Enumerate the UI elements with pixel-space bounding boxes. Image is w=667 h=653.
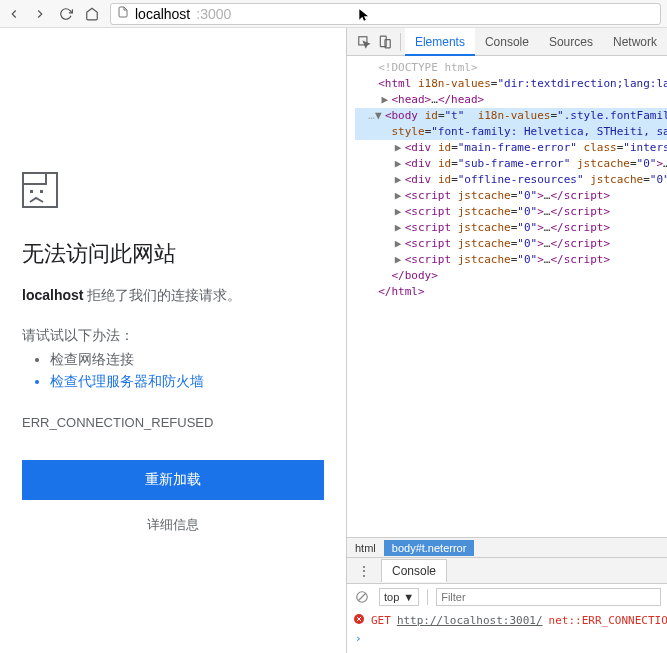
console-drawer-tab[interactable]: Console: [381, 559, 447, 582]
error-host: localhost: [22, 287, 83, 303]
url-host: localhost: [135, 6, 190, 22]
dom-node[interactable]: ▶<script jstcache="0">…</script>: [355, 252, 667, 268]
console-prompt[interactable]: ›: [353, 628, 661, 649]
dom-node[interactable]: ▶<script jstcache="0">…</script>: [355, 188, 667, 204]
forward-icon[interactable]: [32, 6, 48, 22]
devtools-tab-network[interactable]: Network: [603, 28, 667, 56]
dom-node[interactable]: style="font-family: Helvetica, STHeiti, …: [355, 124, 667, 140]
dom-node[interactable]: …▼<body id="t" i18n-values=".style.fontF…: [355, 108, 667, 124]
inspect-icon[interactable]: [353, 31, 374, 53]
dom-node[interactable]: <html i18n-values="dir:textdirection;lan…: [355, 76, 667, 92]
device-toggle-icon[interactable]: [374, 31, 395, 53]
error-method: GET: [371, 614, 391, 627]
devtools-tab-console[interactable]: Console: [475, 28, 539, 56]
dom-node[interactable]: ▶<script jstcache="0">…</script>: [355, 204, 667, 220]
breadcrumb-item[interactable]: body#t.neterror: [384, 540, 475, 556]
console-toolbar: top ▼: [347, 583, 667, 609]
back-icon[interactable]: [6, 6, 22, 22]
console-error-line[interactable]: GET http://localhost:3001/ net::ERR_CONN…: [353, 613, 661, 628]
context-selector[interactable]: top ▼: [379, 588, 419, 606]
suggestion-item: 检查网络连接: [50, 351, 324, 369]
mouse-cursor-icon: [357, 6, 371, 27]
breadcrumb-item[interactable]: html: [347, 540, 384, 556]
devtools-tab-sources[interactable]: Sources: [539, 28, 603, 56]
error-page: 无法访问此网站 localhost 拒绝了我们的连接请求。 请试试以下办法： 检…: [0, 28, 346, 653]
dom-node[interactable]: ▶<script jstcache="0">…</script>: [355, 220, 667, 236]
context-label: top: [384, 591, 399, 603]
dom-node[interactable]: ▶<div id="sub-frame-error" jstcache="0">…: [355, 156, 667, 172]
reload-icon[interactable]: [58, 6, 74, 22]
error-description: localhost 拒绝了我们的连接请求。: [22, 287, 324, 305]
error-msg: net::ERR_CONNECTIO: [549, 614, 667, 627]
dom-tree[interactable]: <!DOCTYPE html> <html i18n-values="dir:t…: [347, 56, 667, 537]
suggestion-list: 检查网络连接检查代理服务器和防火墙: [22, 351, 324, 391]
console-filter-input[interactable]: [436, 588, 661, 606]
console-menu-icon[interactable]: ⋮: [353, 563, 375, 579]
dom-breadcrumbs: htmlbody#t.neterror: [347, 537, 667, 557]
console-output[interactable]: GET http://localhost:3001/ net::ERR_CONN…: [347, 609, 667, 653]
dom-node[interactable]: </html>: [355, 284, 667, 300]
error-title: 无法访问此网站: [22, 239, 324, 269]
error-icon: [353, 613, 365, 628]
try-label: 请试试以下办法：: [22, 327, 324, 345]
error-refused-text: 拒绝了我们的连接请求。: [83, 287, 241, 303]
devtools-tab-elements[interactable]: Elements: [405, 28, 475, 56]
console-drawer-header: ⋮ Console: [347, 557, 667, 583]
dom-node[interactable]: ▶<div id="main-frame-error" class="inter…: [355, 140, 667, 156]
devtools-panel: ElementsConsoleSourcesNetwork <!DOCTYPE …: [346, 28, 667, 653]
devtools-tabs: ElementsConsoleSourcesNetwork: [347, 28, 667, 56]
sad-page-icon: [22, 172, 324, 211]
page-info-icon[interactable]: [117, 5, 129, 22]
chevron-down-icon: ▼: [403, 591, 414, 603]
details-button[interactable]: 详细信息: [22, 500, 324, 550]
error-url[interactable]: http://localhost:3001/: [397, 614, 543, 627]
dom-node[interactable]: </body>: [355, 268, 667, 284]
svg-rect-1: [30, 190, 33, 193]
svg-rect-2: [40, 190, 43, 193]
home-icon[interactable]: [84, 6, 100, 22]
dom-node[interactable]: ▶<div id="offline-resources" jstcache="0…: [355, 172, 667, 188]
clear-console-icon[interactable]: [353, 588, 371, 606]
suggestion-item[interactable]: 检查代理服务器和防火墙: [50, 373, 324, 391]
url-port: :3000: [196, 6, 231, 22]
address-bar[interactable]: localhost:3000: [110, 3, 661, 25]
dom-node[interactable]: ▶<script jstcache="0">…</script>: [355, 236, 667, 252]
browser-toolbar: localhost:3000: [0, 0, 667, 28]
dom-node[interactable]: <!DOCTYPE html>: [355, 60, 667, 76]
svg-line-7: [359, 593, 366, 600]
dom-node[interactable]: ▶<head>…</head>: [355, 92, 667, 108]
reload-button[interactable]: 重新加载: [22, 460, 324, 500]
error-code: ERR_CONNECTION_REFUSED: [22, 415, 324, 430]
